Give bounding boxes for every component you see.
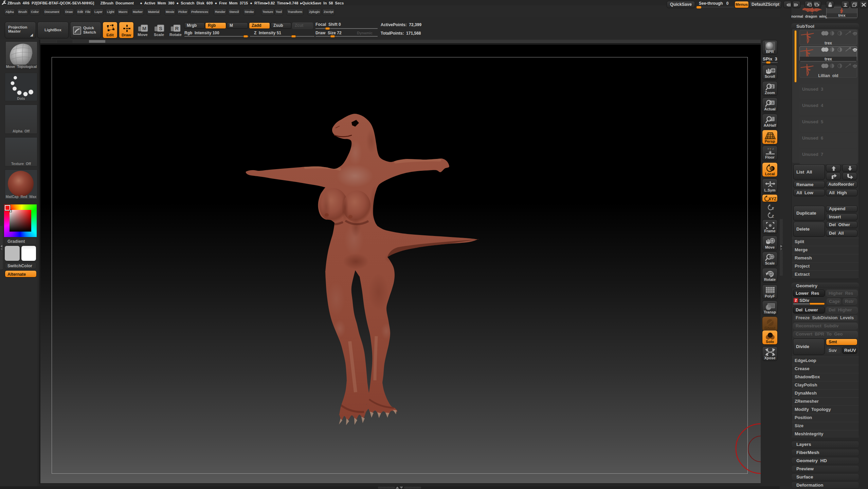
svg-text:Y: Y xyxy=(770,147,772,150)
svg-text:✕: ✕ xyxy=(767,147,770,150)
svg-text:Y: Y xyxy=(772,207,774,211)
svg-text:R: R xyxy=(175,25,179,31)
svg-text:S: S xyxy=(159,25,162,31)
svg-text:Z: Z xyxy=(772,215,774,218)
svg-text:M: M xyxy=(142,25,147,31)
svg-text:Z: Z xyxy=(772,147,774,150)
svg-text:XYZ: XYZ xyxy=(768,197,776,201)
